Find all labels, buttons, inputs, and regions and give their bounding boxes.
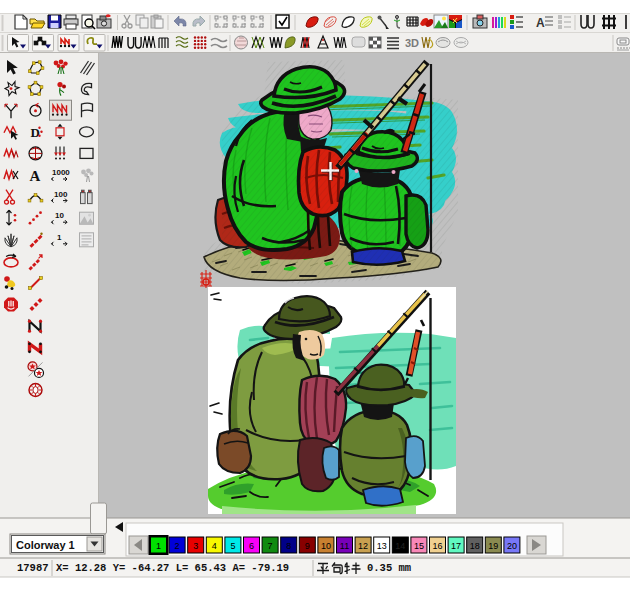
svg-text:11: 11 [340, 541, 349, 551]
svg-text:A: A [30, 168, 41, 184]
svg-text:8: 8 [286, 541, 291, 551]
svg-text:A: A [536, 16, 545, 30]
svg-text:Colorway 1: Colorway 1 [16, 539, 75, 551]
svg-text:D: D [31, 125, 40, 140]
svg-text:0.35 mm: 0.35 mm [367, 562, 411, 574]
svg-text:10: 10 [55, 211, 64, 220]
svg-text:5: 5 [230, 541, 235, 551]
svg-text:9: 9 [305, 541, 310, 551]
svg-text:1: 1 [57, 233, 62, 242]
svg-text:14: 14 [395, 541, 405, 551]
svg-text:15: 15 [414, 541, 424, 551]
svg-text:20: 20 [507, 541, 517, 551]
svg-text:2: 2 [175, 541, 180, 551]
svg-text:100: 100 [54, 190, 68, 199]
svg-text:1000: 1000 [52, 168, 70, 177]
svg-text:3D: 3D [405, 37, 419, 49]
svg-text:13: 13 [377, 541, 387, 551]
svg-text:1: 1 [156, 541, 161, 551]
svg-text:4: 4 [212, 541, 217, 551]
svg-text:17: 17 [451, 541, 461, 551]
svg-text:7: 7 [268, 541, 273, 551]
svg-text:X= 12.28 Y= -64.27 L= 65.43: X= 12.28 Y= -64.27 L= 65.43 A= -79.19 [56, 562, 289, 574]
svg-text:12: 12 [358, 541, 368, 551]
svg-text:16: 16 [432, 541, 442, 551]
svg-text:17987: 17987 [17, 562, 49, 574]
svg-text:10: 10 [321, 541, 331, 551]
svg-text:19: 19 [488, 541, 498, 551]
svg-text:6: 6 [249, 541, 254, 551]
svg-text:3: 3 [193, 541, 198, 551]
svg-text:18: 18 [470, 541, 480, 551]
